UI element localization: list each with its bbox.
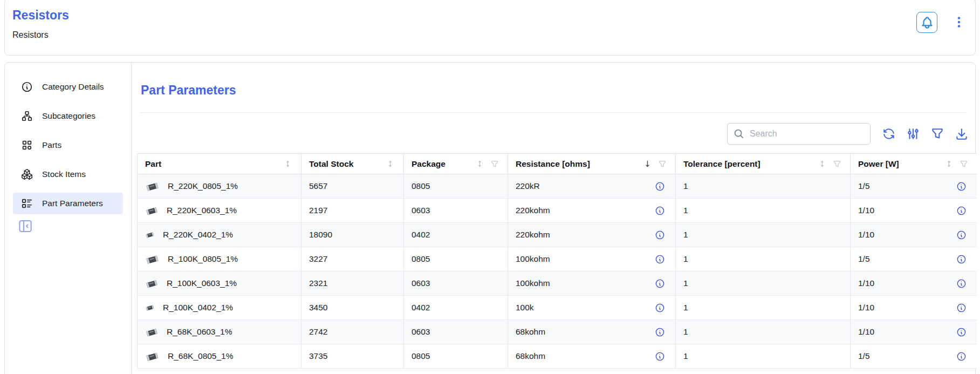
part-thumbnail-icon [145,230,155,240]
table-row[interactable]: R_220K_0603_1% 2197 0603 220kohm 1 1/10 [138,199,977,223]
info-icon[interactable] [655,327,665,337]
column-header-total-stock[interactable]: Total Stock [301,154,404,174]
column-header-part[interactable]: Part [138,154,301,174]
packages-icon [21,168,33,180]
info-icon[interactable] [956,206,967,216]
category-grid-icon [21,139,33,151]
tolerance-value: 1 [676,344,851,369]
part-name[interactable]: R_68K_0603_1% [167,327,232,337]
sidebar-item-category-details[interactable]: Category Details [13,76,123,98]
info-icon[interactable] [655,206,665,216]
section-title: Part Parameters [141,83,236,98]
power-value: 1/10 [858,206,874,215]
info-icon[interactable] [655,254,665,264]
dots-vertical-icon [952,15,966,29]
sidebar-item-label: Stock Items [42,169,86,179]
column-filter-icon[interactable] [490,160,499,168]
package-value: 0402 [404,223,508,247]
sidebar-item-part-parameters[interactable]: Part Parameters [13,193,123,214]
part-name[interactable]: R_100K_0805_1% [168,254,238,264]
part-thumbnail-icon [145,179,160,194]
sitemap-icon [21,110,33,122]
resistance-value: 100kohm [516,254,550,264]
column-header-power[interactable]: Power [W] [851,154,977,174]
tolerance-value: 1 [676,247,851,271]
table-row[interactable]: R_100K_0402_1% 3450 0402 100k 1 1/10 [138,296,977,320]
info-icon[interactable] [956,278,967,289]
info-icon[interactable] [956,230,967,240]
info-icon[interactable] [956,327,967,337]
part-name[interactable]: R_220K_0402_1% [163,230,233,240]
power-value: 1/10 [858,303,874,312]
search-icon [733,128,745,140]
tolerance-value: 1 [676,174,851,199]
column-filter-icon[interactable] [960,160,968,168]
info-icon[interactable] [956,303,967,313]
sidebar-item-label: Part Parameters [42,199,103,208]
table-row[interactable]: R_220K_0805_1% 5657 0805 220kR 1 1/5 [138,174,977,199]
info-icon[interactable] [655,278,665,289]
column-filter-icon[interactable] [658,160,667,168]
part-thumbnail-icon [145,204,159,217]
package-value: 0603 [404,320,508,344]
column-settings-button[interactable] [906,127,920,141]
info-icon[interactable] [655,181,665,192]
info-icon[interactable] [956,254,967,264]
part-name[interactable]: R_100K_0603_1% [167,278,237,288]
column-label: Part [145,159,161,169]
category-detail-panel: Category Details Subcategories [4,62,976,374]
overflow-menu-button[interactable] [950,13,968,31]
table-row[interactable]: R_68K_0603_1% 2742 0603 68kohm 1 1/10 [138,320,977,344]
total-stock-value: 3450 [301,296,404,320]
sidebar-item-stock-items[interactable]: Stock Items [13,164,123,185]
table-row[interactable]: R_100K_0603_1% 2321 0603 100kohm 1 1/10 [138,271,977,296]
search-box[interactable] [727,123,871,145]
column-header-resistance[interactable]: Resistance [ohms] [508,154,676,174]
sidebar-item-label: Category Details [42,82,104,92]
refresh-button[interactable] [882,127,896,141]
table-row[interactable]: R_100K_0805_1% 3227 0805 100kohm 1 1/5 [138,247,977,271]
search-input[interactable] [750,129,865,139]
breadcrumb[interactable]: Resistors [12,30,49,40]
part-name[interactable]: R_220K_0805_1% [168,181,238,191]
sidebar-item-parts[interactable]: Parts [13,134,123,156]
total-stock-value: 2742 [301,320,404,344]
part-parameters-table: Part Total Stock Package [137,153,977,369]
package-value: 0805 [404,247,508,271]
info-icon[interactable] [655,303,665,313]
info-icon[interactable] [956,181,967,192]
info-icon[interactable] [655,351,665,362]
table-row[interactable]: R_68K_0805_1% 3735 0805 68kohm 1 1/5 [138,344,977,369]
sidebar-item-subcategories[interactable]: Subcategories [13,105,123,127]
column-label: Resistance [ohms] [516,159,590,169]
power-value: 1/5 [858,254,870,264]
part-name[interactable]: R_68K_0805_1% [168,351,234,361]
column-filter-icon[interactable] [833,160,841,168]
total-stock-value: 3227 [301,247,404,271]
tolerance-value: 1 [676,223,851,247]
sort-icon [386,159,395,168]
info-icon[interactable] [655,230,665,240]
part-name[interactable]: R_220K_0603_1% [167,206,237,215]
sidebar-collapse-button[interactable] [17,218,33,234]
power-value: 1/5 [858,181,870,191]
total-stock-value: 2197 [301,199,404,223]
table-row[interactable]: R_220K_0402_1% 18090 0402 220kohm 1 1/10 [138,223,977,247]
tolerance-value: 1 [676,320,851,344]
download-button[interactable] [955,127,969,141]
column-label: Package [412,159,446,169]
part-thumbnail-icon [145,303,155,312]
resistance-value: 100k [516,303,534,312]
part-thumbnail-icon [145,252,160,267]
column-header-package[interactable]: Package [404,154,508,174]
total-stock-value: 2321 [301,271,404,296]
bell-icon [920,16,934,30]
info-icon[interactable] [956,351,967,362]
sort-icon [944,159,954,168]
total-stock-value: 3735 [301,344,404,369]
notifications-button[interactable] [916,12,937,33]
part-name[interactable]: R_100K_0402_1% [163,303,233,312]
power-value: 1/10 [858,230,874,240]
table-filter-button[interactable] [930,127,944,141]
column-header-tolerance[interactable]: Tolerance [percent] [676,154,851,174]
